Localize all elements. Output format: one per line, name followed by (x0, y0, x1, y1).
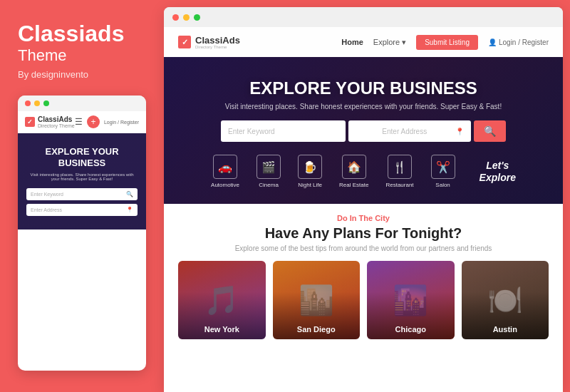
mini-keyword-input: Enter Keyword (31, 192, 63, 197)
site-header: ✓ ClassiAds Directory Theme Home Explore… (164, 27, 563, 57)
hero-search-bar: Enter Address 📍 🔍 (221, 120, 506, 142)
dot-green (194, 14, 200, 21)
automotive-label: Automotive (211, 182, 239, 188)
dot-yellow (183, 14, 190, 21)
mini-dot-red (25, 100, 31, 106)
dot-red (172, 14, 179, 21)
site-logo-text: ClassiAds Directory Theme (195, 36, 240, 49)
mini-address-input: Enter Address (31, 207, 62, 212)
lets-explore-text: Let'sExplore (480, 160, 516, 184)
submit-listing-button[interactable]: Submit Listing (416, 35, 478, 50)
mini-header-right: ☰ + Login / Register (75, 115, 139, 128)
automotive-icon: 🚗 (213, 155, 237, 179)
brand-by: By designinvento (18, 69, 146, 80)
salon-icon: ✂️ (431, 155, 455, 179)
category-cinema[interactable]: 🎬 Cinema (256, 155, 281, 188)
category-restaurant[interactable]: 🍴 Restaurant (385, 155, 413, 188)
mini-hero-sub: Visit interesting places. Share honest e… (26, 172, 138, 181)
city-name-newyork: New York (178, 325, 266, 334)
hero-search-button[interactable]: 🔍 (474, 120, 506, 142)
cinema-icon: 🎬 (256, 155, 281, 179)
mini-search-address[interactable]: Enter Address 📍 (26, 204, 138, 216)
mini-location-icon: 📍 (126, 207, 133, 213)
mini-browser-card: ClassiAds Directory Theme ☰ + Login / Re… (18, 96, 146, 371)
nightlife-icon: 🍺 (298, 155, 322, 179)
mini-login-label[interactable]: Login / Register (104, 120, 139, 125)
city-name-chicago: Chicago (367, 325, 455, 334)
mini-plus-button[interactable]: + (87, 115, 100, 128)
site-nav: Home Explore ▾ Submit Listing 👤 Login / … (341, 35, 549, 50)
hero-section: EXPLORE YOUR BUSINESS Visit interesting … (164, 57, 563, 204)
mini-search-icon: 🔍 (126, 191, 133, 197)
location-icon: 📍 (455, 128, 464, 135)
nav-explore[interactable]: Explore ▾ (373, 38, 406, 47)
site-logo-icon: ✓ (178, 36, 191, 48)
lower-content: Do In The City Have Any Plans For Tonigh… (164, 204, 563, 392)
left-panel: Classiads Theme By designinvento ClassiA… (0, 0, 164, 392)
mini-logo-text: ClassiAds Directory Theme (38, 115, 75, 128)
site-logo-tagline: Directory Theme (195, 45, 240, 49)
site-logo-name: ClassiAds (195, 36, 240, 45)
main-browser: ✓ ClassiAds Directory Theme Home Explore… (164, 7, 563, 392)
realestate-label: Real Estate (339, 182, 368, 188)
realestate-icon: 🏠 (342, 155, 366, 179)
hero-keyword-input[interactable] (221, 120, 346, 142)
section-title: Have Any Plans For Tonight? (178, 225, 549, 242)
hero-categories: 🚗 Automotive 🎬 Cinema 🍺 Night Life 🏠 Rea… (178, 155, 549, 188)
mini-hero-title: EXPLORE YOUR BUSINESS (26, 146, 138, 168)
city-name-austin: Austin (462, 325, 549, 334)
browser-content: ✓ ClassiAds Directory Theme Home Explore… (164, 27, 563, 392)
category-automotive[interactable]: 🚗 Automotive (211, 155, 239, 188)
nav-home[interactable]: Home (341, 38, 363, 46)
chevron-down-icon: ▾ (402, 38, 406, 47)
city-card-sandiego[interactable]: 🏙️ San Diego (273, 261, 361, 339)
restaurant-icon: 🍴 (388, 155, 412, 179)
brand-subtitle: Theme (18, 46, 146, 65)
user-icon: 👤 (488, 38, 497, 46)
mini-browser-bar (18, 96, 146, 111)
category-nightlife[interactable]: 🍺 Night Life (298, 155, 322, 188)
mini-dot-yellow (34, 100, 40, 106)
mini-site-header: ClassiAds Directory Theme ☰ + Login / Re… (18, 111, 146, 133)
hero-address-input-wrapper[interactable]: Enter Address 📍 (348, 120, 472, 142)
city-card-chicago[interactable]: 🌆 Chicago (367, 261, 455, 339)
login-register-link[interactable]: 👤 Login / Register (488, 38, 549, 46)
category-realestate[interactable]: 🏠 Real Estate (339, 155, 368, 188)
city-cards: 🎵 New York 🏙️ San Diego 🌆 Chicago 🍽️ Au (178, 261, 549, 339)
site-logo: ✓ ClassiAds Directory Theme (178, 36, 240, 49)
brand-title: Classiads (18, 21, 146, 46)
section-sub: Explore some of the best tips from aroun… (178, 244, 549, 252)
hero-address-placeholder: Enter Address (354, 128, 456, 135)
restaurant-label: Restaurant (385, 182, 413, 188)
mini-logo-icon (25, 117, 35, 127)
city-card-austin[interactable]: 🍽️ Austin (462, 261, 549, 339)
section-label: Do In The City (178, 214, 549, 222)
hero-subtitle: Visit interesting places. Share honest e… (178, 103, 549, 110)
mini-logo: ClassiAds Directory Theme (25, 115, 75, 128)
mini-dot-green (43, 100, 49, 106)
mini-hero: EXPLORE YOUR BUSINESS Visit interesting … (18, 133, 146, 229)
salon-label: Salon (435, 182, 450, 188)
hero-title: EXPLORE YOUR BUSINESS (178, 78, 549, 98)
browser-bar (164, 7, 563, 27)
city-name-sandiego: San Diego (273, 325, 361, 334)
hamburger-icon[interactable]: ☰ (75, 117, 83, 127)
cinema-label: Cinema (259, 182, 279, 188)
mini-search-keyword[interactable]: Enter Keyword 🔍 (26, 188, 138, 200)
city-card-newyork[interactable]: 🎵 New York (178, 261, 266, 339)
category-salon[interactable]: ✂️ Salon (431, 155, 455, 188)
nightlife-label: Night Life (298, 182, 322, 188)
